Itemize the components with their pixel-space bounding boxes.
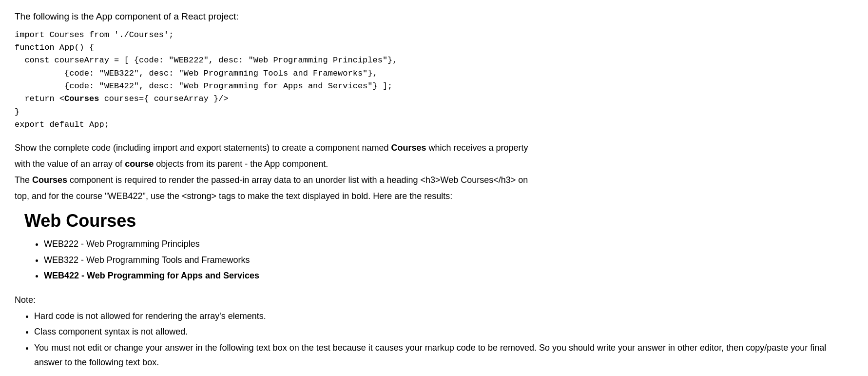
desc-courses-bold: Courses — [391, 143, 426, 153]
web-courses-heading: Web Courses — [24, 208, 853, 234]
desc-para-1-rest: which receives a property — [426, 143, 528, 153]
intro-heading: The following is the App component of a … — [15, 10, 853, 24]
code-line-8: export default App; — [15, 120, 109, 129]
list-item-2: WEB322 - Web Programming Tools and Frame… — [44, 252, 853, 268]
desc-courses-bold-2: Courses — [32, 175, 67, 185]
code-line-5: {code: "WEB422", desc: "Web Programming … — [15, 81, 392, 91]
code-line-2: function App() { — [15, 43, 94, 52]
list-item-3: WEB422 - Web Programming for Apps and Se… — [44, 268, 853, 283]
note-section: Note: Hard code is not allowed for rende… — [15, 294, 853, 370]
desc-course-bold: course — [125, 159, 154, 169]
note-item-2: Class component syntax is not allowed. — [34, 324, 853, 339]
code-courses-bold: Courses — [64, 94, 99, 103]
code-line-4: {code: "WEB322", desc: "Web Programming … — [15, 69, 378, 78]
desc-para-3: The Courses component is required to ren… — [15, 173, 853, 187]
code-block: import Courses from './Courses'; functio… — [15, 29, 853, 132]
code-line-6: return <Courses courses={ courseArray }/… — [15, 94, 229, 103]
note-item-3: You must not edit or change your answer … — [34, 340, 853, 370]
desc-para-3-rest: component is required to render the pass… — [67, 175, 528, 185]
courses-list: WEB222 - Web Programming Principles WEB3… — [44, 236, 853, 283]
desc-para-2-start: with the value of an array of — [15, 159, 125, 169]
list-item-1: WEB222 - Web Programming Principles — [44, 236, 853, 252]
code-line-7: } — [15, 107, 19, 117]
code-line-3: const courseArray = [ {code: "WEB222", d… — [15, 56, 398, 65]
desc-para-1: Show the complete code (including import… — [15, 141, 853, 155]
desc-para-2-rest: objects from its parent - the App compon… — [154, 159, 328, 169]
note-item-1: Hard code is not allowed for rendering t… — [34, 309, 853, 324]
desc-para-4: top, and for the course "WEB422", use th… — [15, 189, 853, 203]
desc-para-2: with the value of an array of course obj… — [15, 157, 853, 171]
desc-para-3-start: The — [15, 175, 32, 185]
description-section: Show the complete code (including import… — [15, 141, 853, 203]
desc-para-1-text: Show the complete code (including import… — [15, 143, 391, 153]
code-line-1: import Courses from './Courses'; — [15, 30, 174, 40]
note-label: Note: — [15, 294, 853, 307]
note-list: Hard code is not allowed for rendering t… — [34, 309, 853, 370]
